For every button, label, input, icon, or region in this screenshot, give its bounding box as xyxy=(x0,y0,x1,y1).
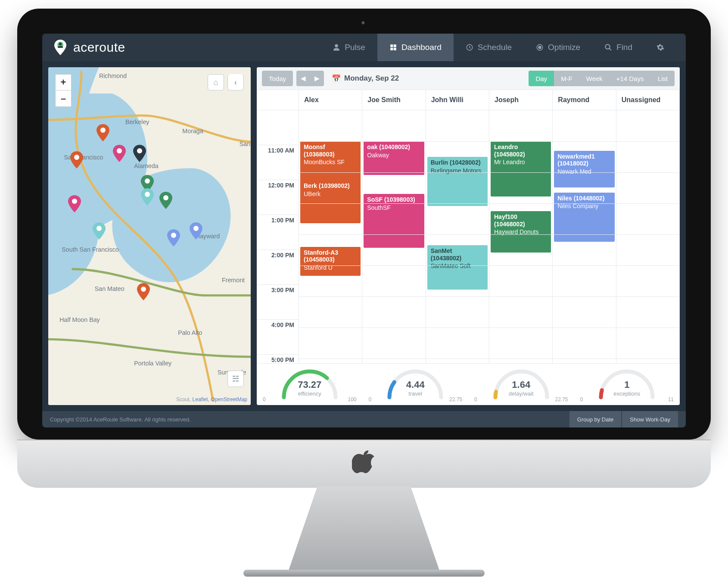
event-subtitle: Mr Leandro xyxy=(494,159,548,166)
view-day[interactable]: Day xyxy=(529,71,554,86)
view--14-days[interactable]: +14 Days xyxy=(610,71,651,86)
map-layers-button[interactable]: ☵ xyxy=(227,371,244,387)
map-home-button[interactable]: ⌂ xyxy=(208,74,224,90)
prev-day-button[interactable]: ◀ xyxy=(296,71,310,86)
svg-rect-3 xyxy=(394,44,396,47)
gauge-max: 100 xyxy=(348,396,356,402)
event[interactable]: SanMet (10438002)SanMateo Soft xyxy=(427,245,488,290)
nav-schedule[interactable]: Schedule xyxy=(454,34,524,61)
map-panel[interactable]: RichmondBerkeleyMoragaSan FranciscoAlame… xyxy=(48,67,251,405)
event-title: Burlin (10428002) xyxy=(431,159,484,166)
map-city-label: Fremont xyxy=(222,277,245,284)
time-slot: 11:00 AM xyxy=(257,145,299,180)
map-city-label: Alameda xyxy=(134,162,158,169)
nav-settings[interactable] xyxy=(644,34,676,61)
column-header[interactable]: Joseph xyxy=(489,90,553,110)
current-date: Monday, Sep 22 xyxy=(344,74,399,83)
map-zoom-in[interactable]: + xyxy=(55,74,72,90)
user-icon xyxy=(333,44,340,51)
map-pin[interactable] xyxy=(133,145,146,162)
column-header[interactable]: Raymond xyxy=(553,90,616,110)
schedule-column[interactable] xyxy=(616,110,680,363)
event-title: oak (10408002) xyxy=(367,143,420,151)
event-title: Moonsf (10368003) xyxy=(304,143,357,158)
nav-label: Pulse xyxy=(345,43,365,52)
map-pin[interactable] xyxy=(113,145,126,162)
gear-icon xyxy=(656,44,664,51)
schedule-columns[interactable]: Moonsf (10368003)MoonBucks SFBerk (10398… xyxy=(299,110,680,363)
map-pin[interactable] xyxy=(70,151,83,168)
event-title: Newarkmed1 (10418002) xyxy=(557,153,611,167)
map-pin[interactable] xyxy=(96,124,109,141)
view-m-f[interactable]: M-F xyxy=(554,71,579,86)
column-header[interactable]: Unassigned xyxy=(616,90,680,110)
map-city-label: Berkeley xyxy=(125,119,149,125)
next-day-button[interactable]: ▶ xyxy=(310,71,324,86)
show-work-day-button[interactable]: Show Work-Day xyxy=(622,411,678,427)
map-back-button[interactable]: ‹ xyxy=(227,74,244,90)
schedule-column[interactable]: Leandro (10458002)Mr LeandroHayf100 (104… xyxy=(489,110,553,363)
time-slot: 1:00 PM xyxy=(257,215,299,250)
map-pin[interactable] xyxy=(159,192,172,209)
svg-point-19 xyxy=(96,226,102,231)
map-canvas[interactable]: RichmondBerkeleyMoragaSan FranciscoAlame… xyxy=(48,67,251,405)
today-button[interactable]: Today xyxy=(262,71,293,86)
view-list[interactable]: List xyxy=(651,71,675,86)
event[interactable]: Newarkmed1 (10418002)Newark Med xyxy=(554,151,614,187)
event-subtitle: Oakway xyxy=(367,152,420,159)
event[interactable]: oak (10408002)Oakway xyxy=(364,141,424,175)
screen-content: aceroute PulseDashboardScheduleOptimizeF… xyxy=(42,34,686,427)
event-title: Hayf100 (10468002) xyxy=(494,213,548,228)
gauge-value: 73.27 xyxy=(298,379,321,390)
event[interactable]: Berk (10398002)UBerk xyxy=(300,180,361,223)
event[interactable]: Leandro (10458002)Mr Leandro xyxy=(491,141,551,196)
map-pin[interactable] xyxy=(167,229,180,246)
map-pin[interactable] xyxy=(93,222,106,240)
schedule-panel: Today ◀ ▶ 📅 Monday, Sep 22 DayM-FWeek+14… xyxy=(257,67,680,405)
event-title: Stanford-A3 (10458003) xyxy=(304,249,357,263)
gauge-value: 1.64 xyxy=(512,379,530,390)
map-pin[interactable] xyxy=(68,195,81,212)
gauge-delay-wait: 1.64delay/wait022.75 xyxy=(468,364,574,405)
map-pin[interactable] xyxy=(137,283,150,300)
gauge-min: 0 xyxy=(580,396,583,402)
search-icon xyxy=(604,44,612,51)
nav-pulse[interactable]: Pulse xyxy=(320,34,377,61)
event[interactable]: SoSF (10398003)SouthSF xyxy=(364,194,424,248)
map-pin[interactable] xyxy=(141,188,154,206)
time-slot: 3:00 PM xyxy=(257,285,299,320)
gauge-exceptions: 1exceptions011 xyxy=(574,364,680,405)
view-week[interactable]: Week xyxy=(579,71,610,86)
svg-point-11 xyxy=(100,128,106,133)
column-header[interactable]: Alex xyxy=(299,90,362,110)
nav-find[interactable]: Find xyxy=(592,34,644,61)
time-slot: 2:00 PM xyxy=(257,250,299,285)
group-by-date-button[interactable]: Group by Date xyxy=(569,411,622,427)
imac-stand xyxy=(286,486,442,577)
map-pin[interactable] xyxy=(190,222,202,240)
map-attribution: Scout, Leaflet, OpenStreetMap xyxy=(176,396,247,402)
date-label: 📅 Monday, Sep 22 xyxy=(332,74,399,83)
map-city-label: San Ramon xyxy=(240,140,251,147)
schedule-column[interactable]: oak (10408002)OakwaySoSF (10398003)South… xyxy=(362,110,426,363)
map-attr-links[interactable]: Leaflet, OpenStreetMap xyxy=(193,396,247,402)
map-city-label: Palo Alto xyxy=(178,329,202,336)
event-subtitle: SanMateo Soft xyxy=(431,262,484,270)
schedule-column[interactable]: Moonsf (10368003)MoonBucks SFBerk (10398… xyxy=(299,110,362,363)
schedule-column[interactable]: Newarkmed1 (10418002)Newark MedNiles (10… xyxy=(553,110,616,363)
schedule-column[interactable]: Burlin (10428002)Burlingame MotorsSanMet… xyxy=(426,110,489,363)
gauge-label: travel xyxy=(408,390,422,397)
gauge-value: 4.44 xyxy=(406,379,425,390)
svg-point-16 xyxy=(145,192,150,197)
event[interactable]: Stanford-A3 (10458003)Stanford U xyxy=(300,247,361,276)
nav-optimize[interactable]: Optimize xyxy=(524,34,592,61)
map-zoom-out[interactable]: – xyxy=(55,90,72,107)
map-top-right-controls: ⌂ ‹ xyxy=(204,74,244,90)
nav-dashboard[interactable]: Dashboard xyxy=(377,34,454,61)
event[interactable]: Burlin (10428002)Burlingame Motors xyxy=(427,157,488,206)
event[interactable]: Moonsf (10368003)MoonBucks SF xyxy=(300,141,361,183)
column-header[interactable]: John Willi xyxy=(426,90,489,110)
gauge-value: 1 xyxy=(624,379,629,390)
event[interactable]: Hayf100 (10468002)Hayward Donuts xyxy=(491,211,551,253)
column-header[interactable]: Joe Smith xyxy=(362,90,426,110)
